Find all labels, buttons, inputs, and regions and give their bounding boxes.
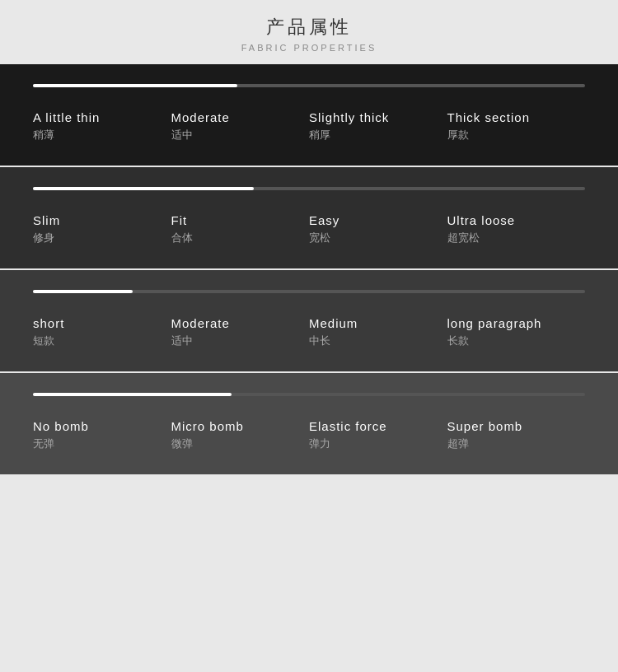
section-length: short短款Moderate适中Medium中长long paragraph长… [0, 270, 618, 371]
label-en-length-2: Medium [309, 316, 447, 330]
label-item-length-2: Medium中长 [309, 316, 447, 348]
sections-container: A little thin稍薄Moderate适中Slightly thick稍… [0, 64, 618, 474]
slider-track-length [33, 290, 585, 293]
label-cn-thickness-0: 稍薄 [33, 128, 171, 142]
section-elasticity: No bomb无弹Micro bomb微弹Elastic force弹力Supe… [0, 373, 618, 474]
label-item-thickness-3: Thick section厚款 [447, 110, 586, 142]
label-en-length-1: Moderate [171, 316, 310, 330]
label-cn-length-3: 长款 [447, 334, 586, 348]
slider-fill-fit [33, 187, 254, 190]
slider-track-fit [33, 187, 585, 190]
labels-row-elasticity: No bomb无弹Micro bomb微弹Elastic force弹力Supe… [33, 419, 585, 451]
label-en-length-3: long paragraph [447, 316, 586, 330]
label-item-fit-3: Ultra loose超宽松 [447, 213, 586, 245]
slider-track-thickness [33, 84, 585, 87]
slider-fill-elasticity [33, 393, 232, 396]
label-cn-fit-0: 修身 [33, 231, 171, 245]
label-item-length-0: short短款 [33, 316, 171, 348]
labels-row-fit: Slim修身Fit合体Easy宽松Ultra loose超宽松 [33, 213, 585, 245]
label-en-fit-0: Slim [33, 213, 171, 227]
label-cn-thickness-1: 适中 [171, 128, 310, 142]
label-en-fit-3: Ultra loose [447, 213, 586, 227]
label-en-elasticity-3: Super bomb [447, 419, 586, 433]
label-item-length-3: long paragraph长款 [447, 316, 586, 348]
label-en-length-0: short [33, 316, 171, 330]
label-item-fit-0: Slim修身 [33, 213, 171, 245]
label-item-elasticity-3: Super bomb超弹 [447, 419, 586, 451]
label-item-fit-1: Fit合体 [171, 213, 310, 245]
label-en-elasticity-2: Elastic force [309, 419, 447, 433]
label-en-elasticity-0: No bomb [33, 419, 171, 433]
slider-track-elasticity [33, 393, 585, 396]
label-item-elasticity-1: Micro bomb微弹 [171, 419, 310, 451]
section-fit: Slim修身Fit合体Easy宽松Ultra loose超宽松 [0, 167, 618, 268]
label-item-elasticity-2: Elastic force弹力 [309, 419, 447, 451]
label-cn-fit-3: 超宽松 [447, 231, 586, 245]
label-cn-elasticity-0: 无弹 [33, 436, 171, 451]
label-cn-fit-1: 合体 [171, 231, 310, 245]
section-thickness: A little thin稍薄Moderate适中Slightly thick稍… [0, 64, 618, 166]
label-cn-length-2: 中长 [309, 334, 447, 348]
labels-row-thickness: A little thin稍薄Moderate适中Slightly thick稍… [33, 110, 585, 142]
label-item-fit-2: Easy宽松 [309, 213, 447, 245]
label-cn-thickness-2: 稍厚 [309, 128, 447, 142]
slider-fill-length [33, 290, 133, 293]
slider-fill-thickness [33, 84, 237, 87]
page-title-cn: 产品属性 [0, 15, 618, 40]
label-cn-fit-2: 宽松 [309, 231, 447, 245]
label-en-thickness-3: Thick section [447, 110, 586, 124]
label-cn-length-0: 短款 [33, 334, 171, 348]
page-title-en: FABRIC PROPERTIES [0, 43, 618, 53]
label-en-elasticity-1: Micro bomb [171, 419, 310, 433]
label-item-thickness-0: A little thin稍薄 [33, 110, 171, 142]
label-item-length-1: Moderate适中 [171, 316, 310, 348]
label-cn-thickness-3: 厚款 [447, 128, 586, 142]
label-en-thickness-2: Slightly thick [309, 110, 447, 124]
label-cn-elasticity-2: 弹力 [309, 436, 447, 451]
label-en-thickness-0: A little thin [33, 110, 171, 124]
labels-row-length: short短款Moderate适中Medium中长long paragraph长… [33, 316, 585, 348]
label-en-fit-1: Fit [171, 213, 310, 227]
label-cn-elasticity-3: 超弹 [447, 436, 586, 451]
label-cn-length-1: 适中 [171, 334, 310, 348]
label-item-thickness-1: Moderate适中 [171, 110, 310, 142]
label-en-fit-2: Easy [309, 213, 447, 227]
label-cn-elasticity-1: 微弹 [171, 436, 310, 451]
label-item-thickness-2: Slightly thick稍厚 [309, 110, 447, 142]
page-header: 产品属性 FABRIC PROPERTIES [0, 0, 618, 64]
label-item-elasticity-0: No bomb无弹 [33, 419, 171, 451]
label-en-thickness-1: Moderate [171, 110, 310, 124]
